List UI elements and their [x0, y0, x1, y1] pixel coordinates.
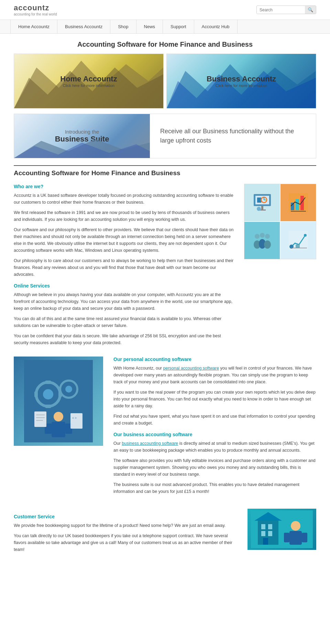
- who-paragraph-2: We first released the software in 1991 a…: [14, 209, 234, 223]
- logo[interactable]: accountz accounting for the real world: [14, 3, 57, 16]
- personal-paragraph-1: With Home Accountz, our personal account…: [113, 365, 316, 385]
- section-heading: Accounting Software for Home Finance and…: [14, 169, 316, 177]
- svg-point-40: [54, 412, 63, 421]
- nav-link-support[interactable]: Support: [163, 20, 194, 33]
- svg-rect-56: [263, 538, 268, 545]
- svg-rect-38: [34, 392, 38, 397]
- svg-rect-41: [52, 422, 65, 437]
- svg-rect-8: [257, 197, 261, 203]
- svg-point-58: [291, 521, 300, 531]
- nav-link-hub[interactable]: Accountz Hub: [194, 20, 238, 33]
- business-paragraph-1: Our business accounting software is dire…: [113, 440, 316, 454]
- illus-growth-icon: [280, 222, 316, 259]
- svg-rect-48: [70, 413, 82, 429]
- nav-item-shop[interactable]: Shop: [110, 20, 136, 33]
- site-header: accountz accounting for the real world 🔍: [0, 0, 330, 20]
- who-paragraph-4: Our philosophy is to care about our cust…: [14, 257, 234, 278]
- logo-tagline: accounting for the real world: [14, 12, 57, 16]
- business-banner-title: Business Accountz: [207, 75, 276, 83]
- suite-banner[interactable]: Introducing the Business Suite Receive a…: [14, 114, 316, 158]
- nav-item-hub[interactable]: Accountz Hub: [194, 20, 238, 33]
- who-content-left: Who are we? Accountz is a UK based softw…: [14, 184, 234, 350]
- business-software-link[interactable]: business accounting software: [122, 441, 178, 446]
- nav-item-news[interactable]: News: [136, 20, 163, 33]
- content-illustration: [244, 184, 316, 350]
- svg-point-20: [255, 234, 260, 239]
- suite-mountain-icon: [14, 137, 150, 158]
- svg-point-22: [265, 234, 270, 239]
- personal-software-link[interactable]: personal accounting software: [163, 366, 219, 371]
- svg-rect-37: [45, 405, 51, 408]
- search-box: 🔍: [256, 5, 316, 14]
- business-paragraph-3: The business suite is our most advanced …: [113, 481, 316, 495]
- software-text: Our personal accounting software With Ho…: [113, 357, 316, 498]
- online-title: Online Services: [14, 283, 234, 289]
- who-we-are-section: Who are we? Accountz is a UK based softw…: [14, 184, 316, 350]
- svg-text:< >: < >: [72, 416, 77, 420]
- nav-item-support[interactable]: Support: [163, 20, 194, 33]
- home-banner-subtitle: Click here for more information: [63, 83, 114, 88]
- online-paragraph-1: Although we believe in you always having…: [14, 291, 234, 312]
- home-accountz-banner[interactable]: Home Accountz Click here for more inform…: [14, 54, 164, 109]
- svg-point-21: [260, 233, 265, 238]
- nav-item-business[interactable]: Business Accountz: [57, 20, 110, 33]
- svg-rect-53: [268, 524, 272, 529]
- logo-text: accountz: [14, 3, 57, 12]
- illus-team-icon: [244, 222, 280, 259]
- page-title: Accounting Software for Home Finance and…: [14, 34, 316, 54]
- svg-point-35: [65, 386, 72, 393]
- svg-rect-60: [284, 533, 289, 542]
- business-paragraph-2: The software also provides you with full…: [113, 457, 316, 478]
- business-accounting-title: Our business accounting software: [113, 432, 316, 437]
- search-button[interactable]: 🔍: [305, 6, 316, 14]
- business-illustration-grid: [244, 184, 316, 259]
- business-accountz-banner[interactable]: Business Accountz Click here for more in…: [166, 54, 316, 109]
- svg-rect-17: [296, 199, 299, 210]
- personal-paragraph-3: Find out what you have spent, what you h…: [113, 413, 316, 427]
- customer-illustration: [248, 509, 316, 550]
- svg-rect-61: [302, 533, 307, 542]
- software-section: < > Our personal accounting software Wit…: [14, 357, 316, 498]
- svg-rect-54: [261, 531, 265, 536]
- illus-chart-icon: [280, 184, 316, 221]
- suite-banner-left: Introducing the Business Suite: [14, 114, 150, 158]
- svg-rect-36: [45, 381, 51, 384]
- business-banner-subtitle: Click here for more information: [216, 83, 267, 88]
- main-content: Accounting Software for Home Finance and…: [0, 34, 330, 570]
- who-title: Who are we?: [14, 184, 234, 189]
- section-divider: [14, 165, 316, 166]
- online-paragraph-2: You can do all of this and at the same t…: [14, 315, 234, 329]
- svg-point-14: [257, 207, 261, 211]
- nav-link-shop[interactable]: Shop: [110, 20, 136, 33]
- search-input[interactable]: [257, 6, 305, 14]
- nav-link-home[interactable]: Home Accountz: [10, 20, 57, 33]
- personal-accounting-title: Our personal accounting software: [113, 357, 316, 362]
- suite-tagline: Receive all our Business functionality w…: [160, 128, 294, 144]
- suite-intro-text: Introducing the: [65, 129, 99, 135]
- online-paragraph-3: You can be confident that your data is s…: [14, 332, 234, 346]
- illus-presentation-icon: [244, 184, 280, 221]
- suite-banner-right: Receive all our Business functionality w…: [150, 120, 316, 152]
- svg-rect-55: [268, 531, 272, 536]
- svg-point-33: [43, 389, 53, 399]
- nav-link-business[interactable]: Business Accountz: [57, 20, 110, 33]
- svg-rect-44: [34, 411, 46, 427]
- svg-rect-29: [296, 245, 300, 248]
- personal-paragraph-2: If you want to use the real power of the…: [113, 389, 316, 409]
- svg-rect-39: [58, 392, 62, 397]
- hero-banners: Home Accountz Click here for more inform…: [14, 54, 316, 109]
- nav-item-home[interactable]: Home Accountz: [10, 20, 57, 33]
- svg-marker-5: [14, 143, 150, 158]
- main-nav: Home Accountz Business Accountz Shop New…: [0, 20, 330, 34]
- home-banner-title: Home Accountz: [60, 75, 117, 83]
- svg-rect-12: [261, 206, 263, 210]
- who-paragraph-1: Accountz is a UK based software develope…: [14, 192, 234, 206]
- customer-service-section: Customer Service We provide free bookkee…: [14, 505, 316, 556]
- svg-point-25: [264, 240, 271, 249]
- svg-rect-16: [291, 203, 294, 210]
- software-illustration: < >: [14, 357, 103, 446]
- nav-link-news[interactable]: News: [136, 20, 163, 33]
- svg-point-27: [304, 234, 307, 237]
- svg-rect-59: [289, 531, 302, 545]
- who-paragraph-3: Our software and our philosophy is diffe…: [14, 226, 234, 254]
